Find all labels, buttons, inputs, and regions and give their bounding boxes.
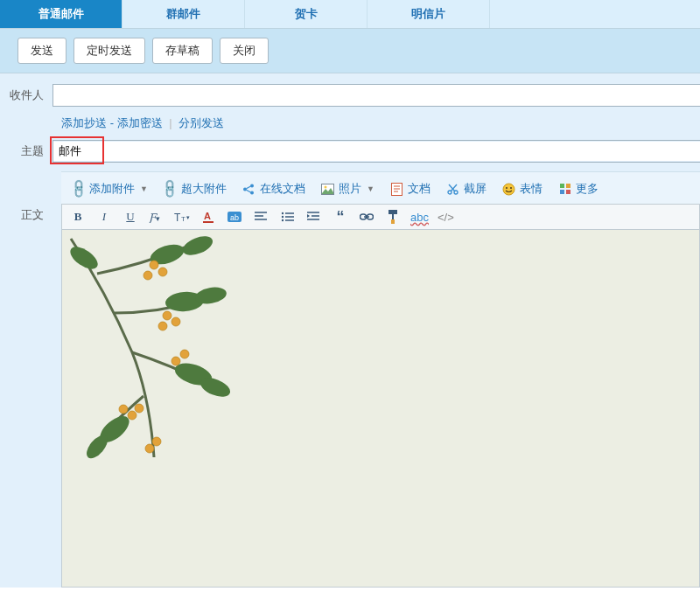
svg-point-67	[119, 405, 128, 414]
tab-greeting-card[interactable]: 贺卡	[245, 0, 368, 28]
svg-point-58	[150, 261, 158, 269]
italic-button[interactable]: I	[95, 209, 113, 225]
stationery-branch-illustration	[61, 229, 255, 475]
tab-postcard[interactable]: 明信片	[368, 0, 490, 28]
font-color-button[interactable]: A	[200, 209, 218, 225]
svg-point-59	[158, 268, 167, 276]
emoji-label: 表情	[520, 181, 542, 197]
screenshot-label: 截屏	[464, 181, 486, 197]
big-attachment-button[interactable]: 🔗 超大附件	[164, 181, 227, 197]
underline-button[interactable]: U	[122, 209, 139, 225]
svg-text:T: T	[174, 212, 181, 223]
photo-label: 照片	[339, 181, 361, 197]
photo-button[interactable]: 照片 ▼	[321, 181, 374, 197]
svg-rect-18	[560, 184, 564, 188]
svg-rect-20	[560, 190, 564, 194]
svg-rect-19	[566, 184, 570, 188]
photo-icon	[321, 182, 335, 196]
svg-point-35	[282, 216, 284, 218]
save-draft-button[interactable]: 存草稿	[152, 38, 213, 64]
big-attachment-label: 超大附件	[181, 181, 227, 197]
align-button[interactable]	[253, 209, 270, 225]
tab-group-mail[interactable]: 群邮件	[122, 0, 245, 28]
list-button[interactable]	[279, 209, 297, 225]
tab-normal-mail[interactable]: 普通邮件	[0, 0, 122, 28]
svg-point-61	[163, 311, 172, 320]
quote-button[interactable]: “	[332, 209, 349, 225]
scissors-icon	[446, 182, 460, 196]
svg-point-68	[135, 404, 144, 413]
recipient-row: 收件人	[0, 84, 700, 107]
svg-point-16	[506, 187, 508, 189]
send-button[interactable]: 发送	[18, 38, 66, 64]
svg-point-2	[250, 191, 254, 194]
svg-point-50	[180, 233, 215, 259]
pipe-sep: |	[169, 116, 172, 129]
add-attachment-button[interactable]: 🔗 添加附件 ▼	[72, 181, 148, 197]
highlight-button[interactable]: ab	[227, 209, 244, 225]
editor-toolbar: B I U Ƒ▾ TT▾ A ab “	[61, 204, 700, 229]
subject-input[interactable]	[53, 142, 700, 161]
svg-text:ab: ab	[230, 213, 239, 222]
online-doc-button[interactable]: 在线文档	[242, 181, 305, 197]
subject-row: 主题	[0, 140, 700, 163]
spellcheck-button[interactable]: abc	[410, 209, 429, 225]
svg-text:▾: ▾	[186, 214, 190, 220]
svg-point-63	[158, 322, 167, 330]
cc-links-row: 添加抄送 - 添加密送 | 分别发送	[61, 115, 700, 131]
more-button[interactable]: 更多	[558, 181, 598, 197]
dropdown-icon: ▼	[140, 184, 148, 193]
send-separately-link[interactable]: 分别发送	[178, 116, 224, 129]
action-bar: 发送 定时发送 存草稿 关闭	[0, 29, 700, 73]
add-bcc-link[interactable]: 添加密送	[117, 116, 163, 129]
svg-point-15	[503, 184, 514, 195]
paperclip-icon: 🔗	[72, 182, 86, 196]
dropdown-icon: ▼	[367, 184, 374, 193]
svg-point-0	[243, 187, 247, 191]
svg-rect-28	[203, 221, 214, 223]
svg-point-62	[172, 317, 180, 326]
svg-point-60	[144, 271, 152, 280]
svg-point-70	[152, 437, 161, 446]
emoji-button[interactable]: 表情	[502, 181, 542, 197]
bold-button[interactable]: B	[69, 209, 87, 225]
font-family-button[interactable]: Ƒ▾	[148, 209, 165, 225]
body-row: 正文 B I U Ƒ▾ TT▾ A ab	[0, 204, 700, 588]
source-code-button[interactable]: </>	[438, 209, 454, 225]
svg-point-17	[510, 187, 512, 189]
doc-label: 文档	[408, 181, 430, 197]
document-icon	[390, 182, 404, 196]
link-button[interactable]	[358, 209, 375, 225]
subject-input-wrapper	[52, 140, 700, 163]
svg-point-1	[250, 184, 254, 187]
share-icon	[242, 182, 256, 196]
recipient-label: 收件人	[0, 87, 52, 103]
svg-text:▾: ▾	[156, 214, 160, 223]
schedule-send-button[interactable]: 定时发送	[74, 38, 145, 64]
dash-sep: -	[110, 116, 117, 129]
compose-form: 收件人 添加抄送 - 添加密送 | 分别发送 主题 🔗 添加附件 ▼ 🔗 超大附…	[0, 73, 700, 588]
svg-rect-21	[566, 190, 570, 194]
more-label: 更多	[576, 181, 598, 197]
svg-text:A: A	[204, 211, 211, 221]
add-attachment-label: 添加附件	[89, 181, 135, 197]
doc-button[interactable]: 文档	[390, 181, 430, 197]
svg-point-64	[172, 357, 180, 365]
compose-tabs: 普通邮件 群邮件 贺卡 明信片	[0, 0, 700, 29]
svg-point-66	[128, 411, 136, 420]
svg-point-57	[66, 242, 102, 273]
font-size-button[interactable]: TT▾	[174, 209, 192, 225]
add-cc-link[interactable]: 添加抄送	[61, 116, 107, 129]
svg-rect-47	[392, 214, 394, 219]
editor-body[interactable]	[61, 229, 700, 588]
close-button[interactable]: 关闭	[220, 38, 269, 64]
recipient-input[interactable]	[52, 84, 700, 107]
indent-button[interactable]	[305, 209, 323, 225]
format-paint-button[interactable]	[384, 209, 402, 225]
svg-rect-48	[391, 219, 395, 224]
svg-line-3	[247, 186, 251, 189]
svg-point-69	[145, 444, 154, 453]
screenshot-button[interactable]: 截屏	[446, 181, 486, 197]
svg-point-6	[325, 185, 327, 188]
paperclip-icon: 🔗	[164, 182, 178, 196]
